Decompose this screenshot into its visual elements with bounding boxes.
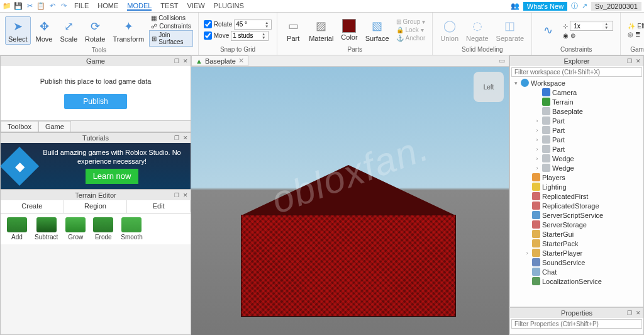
collab-icon[interactable]: 👥 xyxy=(511,2,519,10)
tree-node[interactable]: ›Part xyxy=(513,135,643,144)
tree-node[interactable]: Baseplate xyxy=(513,106,643,116)
tree-node-workspace[interactable]: ▾Workspace xyxy=(513,78,643,88)
terrain-tab-region[interactable]: Region xyxy=(64,200,128,213)
color-button[interactable]: Color xyxy=(338,18,360,42)
terrain-erode[interactable]: Erode xyxy=(93,217,113,241)
menu-plugins[interactable]: PLUGINS xyxy=(214,2,244,11)
tree-node[interactable]: ServerScriptService xyxy=(513,210,643,220)
move-snap-input[interactable] xyxy=(231,32,262,39)
view-cube[interactable]: Left xyxy=(474,72,504,102)
tree-node[interactable]: ›Part xyxy=(513,125,643,135)
scale-tool[interactable]: ⤢Scale xyxy=(57,17,80,44)
open-icon[interactable]: 📁 xyxy=(3,2,11,11)
constraint-create[interactable]: ∿ xyxy=(537,21,558,40)
close-icon[interactable]: ✕ xyxy=(182,134,189,142)
tree-node[interactable]: ServerStorage xyxy=(513,220,643,229)
tab-game[interactable]: Game xyxy=(38,121,71,132)
terrain-tab-edit[interactable]: Edit xyxy=(127,200,191,213)
terrain-erode-icon xyxy=(93,217,113,232)
menu-view[interactable]: VIEW xyxy=(187,2,204,11)
terrain-subtract[interactable]: Subtract xyxy=(35,217,58,241)
surface-button[interactable]: ▧Surface xyxy=(363,16,392,43)
constraint-scale-input[interactable] xyxy=(572,23,602,30)
rotate-snap-check[interactable] xyxy=(204,20,212,28)
tree-node[interactable]: StarterGui xyxy=(513,229,643,239)
save-icon[interactable]: 💾 xyxy=(14,2,23,11)
spawn-icon[interactable]: ◎ xyxy=(628,31,633,38)
tree-node[interactable]: ›StarterPlayer xyxy=(513,248,643,258)
tree-node[interactable]: Camera xyxy=(513,88,643,97)
material-button[interactable]: ▨Material xyxy=(306,16,336,43)
tree-node[interactable]: ReplicatedFirst xyxy=(513,191,643,201)
close-tab-icon[interactable]: ✕ xyxy=(238,57,244,65)
copy-icon[interactable]: 📋 xyxy=(36,2,45,11)
close-icon[interactable]: ✕ xyxy=(635,309,642,317)
tree-node[interactable]: Lighting xyxy=(513,182,643,191)
close-icon[interactable]: ✕ xyxy=(182,191,189,199)
user-badge[interactable]: Sv_20200301 xyxy=(591,2,641,11)
tree-node[interactable]: StarterPack xyxy=(513,239,643,248)
terrain-smooth[interactable]: Smooth xyxy=(121,217,142,241)
rotate-snap-input[interactable] xyxy=(235,21,265,28)
undock-icon[interactable]: ❐ xyxy=(626,309,633,317)
terrain-grow[interactable]: Grow xyxy=(65,217,86,241)
menu-model[interactable]: MODEL xyxy=(127,2,152,11)
collisions-toggle[interactable]: ▦Collisions xyxy=(149,14,193,22)
constraints-toggle[interactable]: ☍Constraints xyxy=(149,22,193,30)
tree-node[interactable]: SoundService xyxy=(513,258,643,267)
publish-button[interactable]: Publish xyxy=(64,94,126,109)
join-surfaces-toggle[interactable]: ⊞Join Surfaces xyxy=(149,30,193,47)
terrain-tab-create[interactable]: Create xyxy=(1,200,64,213)
tab-toolbox[interactable]: Toolbox xyxy=(1,121,38,132)
move-tool[interactable]: ✥Move xyxy=(33,17,55,44)
union-button[interactable]: ◯Union xyxy=(438,16,461,43)
doc-menu-icon[interactable]: ▭ xyxy=(495,57,509,65)
close-icon[interactable]: ✕ xyxy=(635,57,642,65)
constraint-detail-icon[interactable]: ⊹ xyxy=(563,23,568,30)
tree-node[interactable]: Chat xyxy=(513,267,643,276)
lock-button[interactable]: 🔒Lock ▾ xyxy=(394,26,428,34)
close-icon[interactable]: ✕ xyxy=(182,57,189,65)
document-tab[interactable]: ▲ Baseplate ✕ xyxy=(191,55,248,66)
menu-file[interactable]: FILE xyxy=(74,2,89,11)
help-icon[interactable]: ⓘ xyxy=(571,1,578,11)
explorer-filter-input[interactable] xyxy=(511,67,642,77)
constraint-vis-icon[interactable]: ◉ xyxy=(563,32,569,39)
menu-test[interactable]: TEST xyxy=(160,2,178,11)
group-button[interactable]: ⊞Group ▾ xyxy=(394,18,428,26)
tree-node[interactable]: ›Part xyxy=(513,144,643,154)
effects-button[interactable]: ✨Effects ▾ xyxy=(626,22,644,30)
script-icon[interactable]: ≣ xyxy=(635,31,640,38)
explorer-tree[interactable]: ▾Workspace CameraTerrainBaseplate›Part›P… xyxy=(510,78,643,307)
cut-icon[interactable]: ✂ xyxy=(25,2,34,11)
whats-new-button[interactable]: What's New xyxy=(523,2,567,11)
part-button[interactable]: ▭Part xyxy=(282,16,304,43)
tree-node[interactable]: ›Part xyxy=(513,116,643,125)
undock-icon[interactable]: ❐ xyxy=(626,57,633,65)
redo-icon[interactable]: ↷ xyxy=(59,2,68,11)
undock-icon[interactable]: ❐ xyxy=(173,134,180,142)
viewport-3d[interactable]: Left obloxfan. xyxy=(191,67,509,335)
terrain-add[interactable]: Add xyxy=(7,217,27,241)
menu-home[interactable]: HOME xyxy=(97,2,118,11)
undock-icon[interactable]: ❐ xyxy=(173,191,180,199)
learn-now-button[interactable]: Learn now xyxy=(86,169,139,185)
share-icon[interactable]: ↗ xyxy=(582,2,587,10)
tree-node[interactable]: ›Wedge xyxy=(513,154,643,163)
separate-button[interactable]: ◫Separate xyxy=(494,16,527,43)
transform-tool[interactable]: ✦Transform xyxy=(110,17,147,44)
undo-icon[interactable]: ↶ xyxy=(48,2,57,11)
undock-icon[interactable]: ❐ xyxy=(173,57,180,65)
tree-node[interactable]: LocalizationService xyxy=(513,276,643,286)
move-snap-check[interactable] xyxy=(204,31,212,40)
anchor-button[interactable]: ⚓Anchor xyxy=(394,34,428,42)
tree-node[interactable]: ReplicatedStorage xyxy=(513,201,643,210)
negate-button[interactable]: ◌Negate xyxy=(464,16,491,43)
rotate-tool[interactable]: ⟳Rotate xyxy=(82,17,108,44)
tree-node[interactable]: Terrain xyxy=(513,97,643,106)
select-tool[interactable]: ➤Select xyxy=(5,16,31,45)
tree-node[interactable]: ›Wedge xyxy=(513,163,643,173)
properties-filter-input[interactable] xyxy=(511,319,642,329)
tree-node[interactable]: Players xyxy=(513,173,643,182)
constraint-vis2-icon[interactable]: ⊚ xyxy=(570,32,575,39)
